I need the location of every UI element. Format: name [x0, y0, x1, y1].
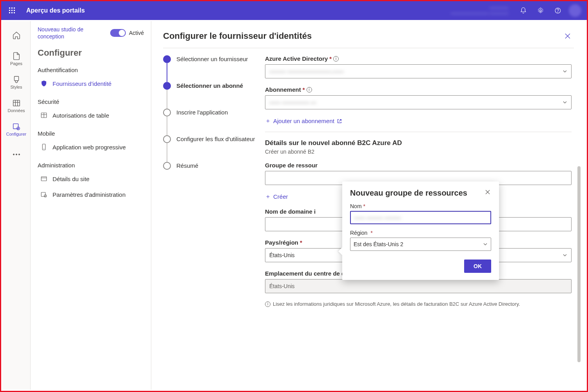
sidebar-item-label: Autorisations de table	[53, 112, 109, 119]
heading-auth: Authentification	[31, 64, 151, 76]
create-rg-link[interactable]: ＋ Créer	[265, 193, 288, 200]
site-icon	[40, 175, 48, 183]
sidebar-item-label: Détails du site	[53, 176, 89, 182]
rail-pages[interactable]: Pages	[4, 48, 29, 70]
scrollbar[interactable]	[577, 166, 581, 362]
info-icon[interactable]: i	[333, 56, 339, 62]
rail-configure[interactable]: Configurer	[4, 118, 29, 140]
step-register-app[interactable]: Inscrire l'application	[163, 109, 265, 135]
admin-icon	[40, 191, 48, 198]
rail-home[interactable]	[4, 24, 29, 46]
close-panel-button[interactable]	[561, 30, 574, 42]
new-resource-group-popover: Nouveau groupe de ressources Nom * —— ——…	[342, 181, 499, 280]
required-marker: *	[300, 239, 302, 246]
rail-styles[interactable]: Styles	[4, 71, 29, 93]
svg-rect-13	[41, 192, 45, 197]
wizard-stepper: Sélectionner un fournisseur Sélectionner…	[163, 55, 265, 390]
notifications-icon[interactable]	[515, 2, 532, 19]
left-rail: Pages Styles Données Configurer	[2, 21, 31, 390]
info-icon[interactable]: i	[307, 87, 312, 93]
shield-icon	[40, 80, 48, 87]
sidebar-title: Configurer	[31, 43, 151, 64]
svg-rect-12	[41, 177, 47, 181]
datacenter-dropdown: États-Unis	[265, 279, 572, 293]
config-sidebar: Nouveau studio de conception Activé Conf…	[31, 21, 151, 390]
popover-title: Nouveau groupe de ressources	[350, 189, 467, 198]
app-launcher-icon[interactable]	[4, 3, 20, 18]
rg-region-label: Région	[350, 230, 367, 236]
step-configure-flows[interactable]: Configurer les flux d'utilisateur	[163, 135, 265, 162]
svg-rect-5	[13, 124, 18, 129]
svg-rect-4	[13, 100, 20, 106]
rg-region-dropdown[interactable]: Est des États-Unis 2	[350, 238, 491, 251]
plus-icon: ＋	[265, 193, 271, 200]
environment-info[interactable]: ———— ———————— ————	[451, 5, 508, 16]
studio-label: Nouveau studio de conception	[38, 26, 110, 40]
sidebar-item-label: Paramètres d'administration	[53, 191, 125, 198]
heading-security: Sécurité	[31, 91, 151, 107]
svg-point-8	[16, 154, 17, 155]
b2c-section-sub: Créer un abonné B2	[265, 149, 572, 155]
sidebar-item-site-details[interactable]: Détails du site	[31, 171, 151, 187]
topbar: Aperçu des portails ———— ———————— ————	[1, 1, 587, 20]
help-icon[interactable]	[549, 2, 566, 19]
b2c-section-title: Détails sur le nouvel abonné B2C Azure A…	[265, 139, 572, 147]
rg-name-input[interactable]: —— ——— ———	[350, 211, 491, 224]
studio-toggle[interactable]	[110, 29, 126, 37]
rail-data[interactable]: Données	[4, 95, 29, 117]
required-marker: *	[303, 86, 305, 93]
subscription-label: Abonnement	[265, 86, 301, 93]
svg-rect-3	[14, 76, 18, 81]
external-link-icon	[337, 118, 342, 124]
sidebar-item-admin-settings[interactable]: Paramètres d'administration	[31, 187, 151, 202]
user-avatar[interactable]	[569, 4, 581, 17]
app-title: Aperçu des portails	[26, 7, 85, 14]
required-marker: *	[363, 203, 365, 209]
heading-admin: Administration	[31, 155, 151, 171]
ok-button[interactable]: OK	[464, 260, 491, 273]
chevron-down-icon	[563, 253, 567, 258]
plus-icon: ＋	[265, 117, 271, 125]
required-marker: *	[369, 230, 372, 236]
svg-point-9	[18, 154, 20, 155]
country-label: Pays/région	[265, 239, 298, 246]
panel-title: Configurer le fournisseur d'identités	[163, 31, 312, 41]
chevron-down-icon	[563, 69, 567, 74]
rail-more-icon[interactable]	[4, 143, 29, 165]
add-subscription-link[interactable]: ＋ Ajouter un abonnement	[265, 117, 342, 125]
chevron-down-icon	[483, 242, 488, 247]
table-icon	[40, 111, 48, 119]
svg-point-7	[13, 154, 14, 155]
aad-dropdown[interactable]: ——— ————————.——	[265, 64, 572, 78]
sidebar-item-table-permissions[interactable]: Autorisations de table	[31, 107, 151, 123]
svg-point-0	[540, 10, 542, 12]
svg-rect-11	[42, 144, 45, 150]
popover-close-button[interactable]	[484, 189, 491, 196]
step-select-tenant[interactable]: Sélectionner un abonné	[163, 82, 265, 109]
sidebar-item-label: Fournisseurs d'identité	[53, 80, 111, 87]
rg-name-label: Nom	[350, 203, 362, 209]
phone-icon	[40, 143, 48, 151]
legal-notice: i Lisez les informations juridiques sur …	[265, 301, 572, 307]
rg-label: Groupe de ressour	[265, 162, 318, 169]
sidebar-item-identity-providers[interactable]: Fournisseurs d'identité	[31, 76, 151, 91]
chevron-down-icon	[563, 100, 567, 105]
sidebar-item-label: Application web progressive	[53, 144, 126, 151]
info-icon: i	[265, 301, 270, 307]
settings-icon[interactable]	[532, 2, 549, 19]
step-summary[interactable]: Résumé	[163, 162, 265, 170]
domain-label: Nom de domaine i	[265, 208, 316, 215]
required-marker: *	[329, 55, 332, 62]
toggle-state-label: Activé	[129, 30, 144, 36]
step-select-provider[interactable]: Sélectionner un fournisseur	[163, 55, 265, 82]
aad-label: Azure Active Directory	[265, 55, 328, 62]
sidebar-item-pwa[interactable]: Application web progressive	[31, 139, 151, 155]
svg-point-2	[558, 12, 558, 12]
heading-mobile: Mobile	[31, 123, 151, 139]
subscription-dropdown[interactable]: —— ————— —	[265, 95, 572, 109]
